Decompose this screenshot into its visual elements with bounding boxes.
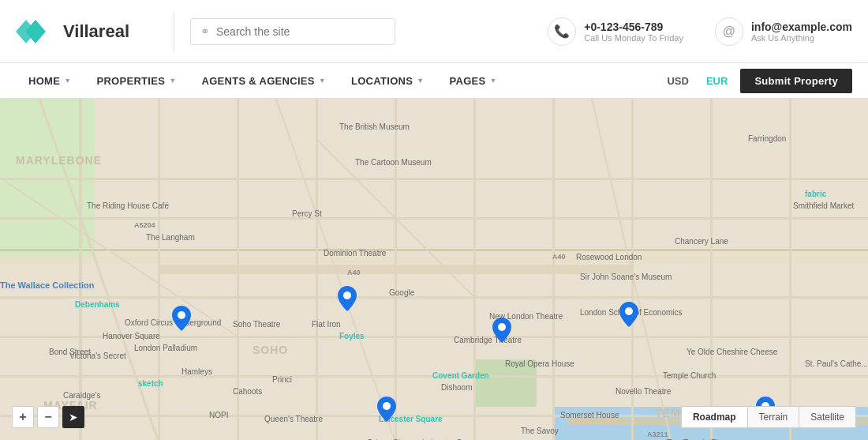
map-svg <box>0 99 868 440</box>
nav-items: HOME ▼ PROPERTIES ▼ AGENTS & AGENCIES ▼ … <box>16 63 662 99</box>
email-info: info@example.com Ask Us Anything <box>751 21 852 43</box>
svg-rect-14 <box>316 99 318 440</box>
logo-text: Villareal <box>63 21 129 42</box>
svg-rect-11 <box>79 99 82 440</box>
logo-area: Villareal <box>16 16 158 47</box>
svg-rect-24 <box>0 336 868 338</box>
map-type-controls: Roadmap Terrain Satellite <box>681 406 856 428</box>
svg-rect-17 <box>552 99 555 440</box>
currency-usd[interactable]: USD <box>662 72 693 90</box>
map-pin[interactable] <box>492 318 511 343</box>
zoom-in-button[interactable]: + <box>12 406 34 428</box>
chevron-down-icon: ▼ <box>417 77 424 85</box>
map-pin[interactable] <box>619 302 638 327</box>
svg-point-36 <box>625 307 633 315</box>
map-zoom-controls: + − ➤ <box>12 406 84 428</box>
email-address: info@example.com <box>751 21 852 33</box>
svg-rect-25 <box>0 375 868 378</box>
phone-icon: 📞 <box>548 17 576 46</box>
chevron-down-icon: ▼ <box>490 77 497 85</box>
nav-right: USD EUR Submit Property <box>662 69 852 93</box>
email-contact: @ info@example.com Ask Us Anything <box>715 17 852 46</box>
nav-properties[interactable]: PROPERTIES ▼ <box>84 63 189 99</box>
navbar: HOME ▼ PROPERTIES ▼ AGENTS & AGENCIES ▼ … <box>0 63 868 99</box>
phone-contact: 📞 +0-123-456-789 Call Us Monday To Frida… <box>548 17 683 46</box>
svg-rect-20 <box>789 99 791 440</box>
svg-point-35 <box>498 323 506 331</box>
svg-rect-22 <box>0 217 868 220</box>
chevron-down-icon: ▼ <box>64 77 71 85</box>
logo-icon <box>16 16 55 47</box>
map-type-roadmap[interactable]: Roadmap <box>681 406 748 428</box>
phone-number: +0-123-456-789 <box>584 21 683 33</box>
zoom-out-button[interactable]: − <box>37 406 59 428</box>
nav-agents[interactable]: AGENTS & AGENCIES ▼ <box>189 63 339 99</box>
map-pin[interactable] <box>172 306 191 331</box>
search-input[interactable] <box>216 25 385 38</box>
svg-rect-21 <box>0 178 868 180</box>
svg-rect-12 <box>158 99 160 440</box>
phone-sub: Call Us Monday To Friday <box>584 33 683 43</box>
svg-rect-13 <box>237 99 239 440</box>
phone-info: +0-123-456-789 Call Us Monday To Friday <box>584 21 683 43</box>
svg-point-34 <box>383 402 391 410</box>
search-icon: ⚭ <box>200 25 210 38</box>
svg-rect-4 <box>473 359 537 407</box>
header-divider <box>174 12 174 51</box>
svg-point-32 <box>178 311 185 319</box>
map-container[interactable]: MARYLEBONEMAYFAIRSOHOTEMPLEThe Wallace C… <box>0 99 868 440</box>
map-type-satellite[interactable]: Satellite <box>799 406 856 428</box>
header-contacts: 📞 +0-123-456-789 Call Us Monday To Frida… <box>548 17 852 46</box>
submit-property-button[interactable]: Submit Property <box>740 69 852 93</box>
navigate-button[interactable]: ➤ <box>62 406 84 428</box>
map-background: MARYLEBONEMAYFAIRSOHOTEMPLEThe Wallace C… <box>0 99 868 440</box>
map-pin[interactable] <box>377 397 396 422</box>
header: Villareal ⚭ 📞 +0-123-456-789 Call Us Mon… <box>0 0 868 63</box>
nav-home[interactable]: HOME ▼ <box>16 63 84 99</box>
nav-pages[interactable]: PAGES ▼ <box>436 63 509 99</box>
map-pin[interactable] <box>338 286 357 311</box>
svg-rect-8 <box>0 249 868 251</box>
svg-point-33 <box>343 291 351 299</box>
svg-rect-19 <box>710 99 713 440</box>
map-type-terrain[interactable]: Terrain <box>748 406 800 428</box>
email-icon: @ <box>715 17 743 46</box>
chevron-down-icon: ▼ <box>319 77 326 85</box>
svg-rect-15 <box>395 99 397 440</box>
email-sub: Ask Us Anything <box>751 33 852 43</box>
nav-locations[interactable]: LOCATIONS ▼ <box>339 63 437 99</box>
currency-eur[interactable]: EUR <box>702 72 732 90</box>
svg-rect-23 <box>0 296 868 299</box>
svg-rect-16 <box>473 99 476 440</box>
search-box[interactable]: ⚭ <box>190 18 395 45</box>
chevron-down-icon: ▼ <box>169 77 176 85</box>
